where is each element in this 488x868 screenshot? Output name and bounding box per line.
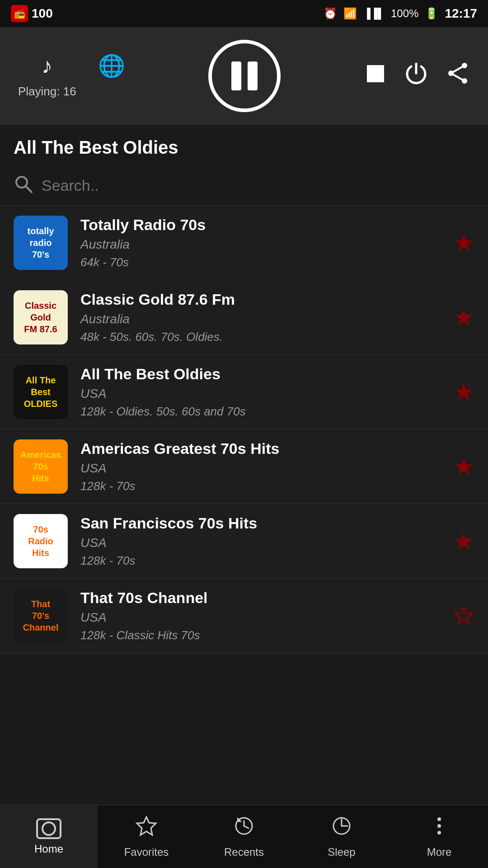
more-icon (428, 815, 450, 842)
svg-line-5 (451, 73, 465, 81)
recents-icon (233, 815, 255, 842)
player-left-controls: ♪ Playing: 16 🌐 (18, 53, 125, 99)
station-name: Classic Gold 87.6 Fm (80, 291, 444, 308)
station-details: 128k - Oldies. 50s. 60s and 70s (80, 405, 444, 419)
home-icon (36, 818, 61, 839)
stop-button[interactable] (364, 62, 387, 90)
favorite-star[interactable]: ★ (453, 378, 474, 406)
station-item[interactable]: 70sRadioHits San Franciscos 70s Hits USA… (0, 504, 488, 579)
svg-marker-8 (137, 817, 156, 835)
status-right: ⏰ 📶 ▐▐▌ 100% 🔋 12:17 (324, 6, 477, 21)
svg-point-14 (437, 824, 441, 828)
battery-label: 100% (391, 7, 418, 20)
svg-point-13 (437, 817, 441, 821)
pause-button[interactable] (208, 40, 281, 112)
station-country: USA (80, 610, 444, 625)
pause-icon (231, 61, 258, 90)
station-logo: That70'sChannel (14, 589, 68, 643)
nav-recents[interactable]: Recents (195, 805, 293, 868)
favorites-icon (135, 815, 158, 842)
station-name: All The Best Oldies (80, 365, 444, 383)
app-icon: 📻 (11, 5, 28, 22)
nav-more-label: More (427, 846, 452, 859)
favorite-star[interactable]: ★ (453, 304, 474, 331)
power-button[interactable] (404, 61, 428, 91)
station-info: That 70s Channel USA 128k - Classic Hits… (80, 589, 444, 642)
music-note-icon[interactable]: ♪ (42, 53, 52, 78)
station-details: 128k - 70s (80, 554, 444, 568)
station-item[interactable]: totallyradio70's Totally Radio 70s Austr… (0, 206, 488, 280)
search-bar (0, 166, 488, 206)
station-logo: totallyradio70's (14, 216, 68, 270)
station-country: USA (80, 461, 444, 476)
station-details: 48k - 50s. 60s. 70s. Oldies. (80, 330, 444, 344)
search-icon (14, 174, 33, 197)
station-item[interactable]: ClassicGoldFM 87.6 Classic Gold 87.6 Fm … (0, 280, 488, 355)
search-input[interactable] (42, 177, 474, 194)
battery-icon: 🔋 (425, 7, 438, 20)
favorite-star[interactable]: ★ (453, 229, 474, 256)
nav-sleep-label: Sleep (328, 846, 355, 859)
sleep-icon (330, 815, 353, 842)
status-time: 12:17 (445, 6, 477, 21)
station-info: Classic Gold 87.6 Fm Australia 48k - 50s… (80, 291, 444, 344)
station-details: 128k - Classic Hits 70s (80, 628, 444, 642)
station-country: USA (80, 387, 444, 401)
nav-sleep[interactable]: Sleep (293, 805, 390, 868)
nav-more[interactable]: More (390, 805, 488, 868)
station-info: San Franciscos 70s Hits USA 128k - 70s (80, 514, 444, 568)
nav-home-label: Home (34, 843, 63, 855)
status-bar: 📻 100 ⏰ 📶 ▐▐▌ 100% 🔋 12:17 (0, 0, 488, 27)
svg-point-15 (437, 831, 441, 835)
status-number: 100 (32, 6, 53, 21)
nav-favorites[interactable]: Favorites (98, 805, 195, 868)
station-details: 128k - 70s (80, 479, 444, 493)
player-right-controls (364, 61, 470, 91)
nav-favorites-label: Favorites (124, 846, 169, 859)
station-name: That 70s Channel (80, 589, 444, 607)
svg-line-4 (451, 66, 465, 73)
station-item[interactable]: That70'sChannel That 70s Channel USA 128… (0, 579, 488, 653)
globe-icon[interactable]: 🌐 (98, 53, 125, 79)
favorite-star[interactable]: ★ (453, 602, 474, 629)
wifi-icon: 📶 (343, 7, 357, 20)
station-name: San Franciscos 70s Hits (80, 514, 444, 532)
station-country: USA (80, 536, 444, 550)
favorite-star[interactable]: ★ (453, 528, 474, 555)
station-logo: ClassicGoldFM 87.6 (14, 290, 68, 344)
station-country: Australia (80, 312, 444, 326)
station-info: All The Best Oldies USA 128k - Oldies. 5… (80, 365, 444, 419)
station-logo: All The BestOLDIES (14, 365, 68, 419)
svg-rect-0 (367, 65, 384, 82)
status-left: 📻 100 (11, 5, 53, 22)
station-logo: 70sRadioHits (14, 514, 68, 568)
station-item[interactable]: All The BestOLDIES All The Best Oldies U… (0, 355, 488, 429)
station-name: Totally Radio 70s (80, 216, 444, 234)
station-item[interactable]: Americas70sHits Americas Greatest 70s Hi… (0, 429, 488, 504)
nav-home[interactable]: Home (0, 805, 98, 868)
station-country: Australia (80, 237, 444, 252)
alarm-icon: ⏰ (324, 7, 337, 20)
signal-icon: ▐▐▌ (363, 8, 385, 19)
share-button[interactable] (446, 61, 470, 91)
station-details: 64k - 70s (80, 255, 444, 269)
station-logo: Americas70sHits (14, 439, 68, 494)
bottom-nav: Home Favorites Recents Sleep (0, 805, 488, 868)
playing-label: Playing: 16 (18, 85, 76, 99)
favorite-star[interactable]: ★ (453, 453, 474, 480)
station-name: Americas Greatest 70s Hits (80, 440, 444, 458)
current-station-title: All The Best Oldies (0, 125, 488, 166)
station-list: totallyradio70's Totally Radio 70s Austr… (0, 206, 488, 802)
svg-line-7 (26, 186, 32, 192)
station-info: Americas Greatest 70s Hits USA 128k - 70… (80, 440, 444, 493)
nav-recents-label: Recents (224, 846, 264, 859)
player-header: ♪ Playing: 16 🌐 (0, 27, 488, 125)
station-info: Totally Radio 70s Australia 64k - 70s (80, 216, 444, 269)
